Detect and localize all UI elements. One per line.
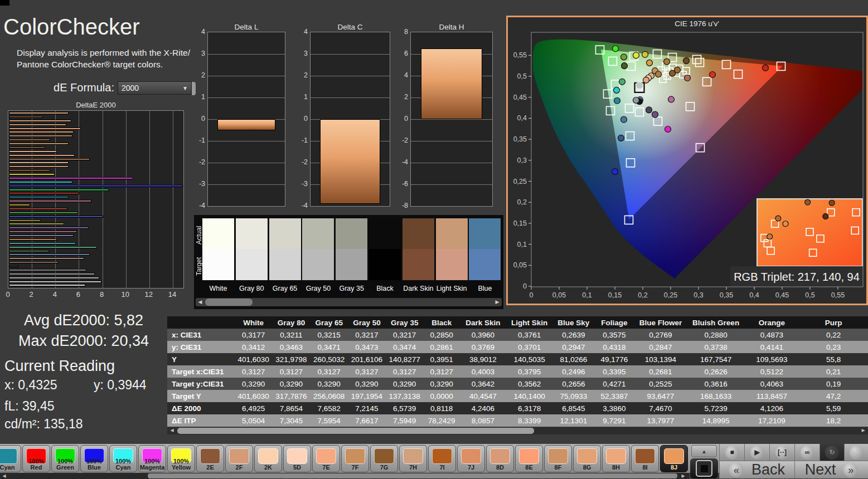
svg-text:0,15: 0,15: [608, 291, 622, 299]
table-cell: 0,3795: [506, 365, 552, 378]
patch-button-7h[interactable]: 7H: [399, 445, 427, 472]
scroll-left-icon[interactable]: ◀: [1, 473, 8, 479]
deltae-bar: [9, 146, 45, 149]
deltae-bar: [9, 181, 72, 183]
patch-button-7g[interactable]: 7G: [370, 445, 398, 472]
corner-box: [0, 0, 9, 6]
deltae-bar: [9, 261, 59, 263]
table-scroll-thumb[interactable]: [177, 428, 534, 434]
y-tick-label: 4: [396, 71, 408, 79]
patch-button-label: 8E: [516, 465, 542, 471]
patch-button-8f[interactable]: 8F: [544, 445, 572, 472]
scroll-right-icon[interactable]: ▶: [493, 298, 502, 306]
back-button[interactable]: « Back: [719, 461, 794, 478]
inset-measured-marker: [805, 199, 811, 205]
loop-button[interactable]: ∞: [794, 444, 819, 461]
swatch-list-up-button[interactable]: ▲: [691, 445, 717, 457]
patch-button-100yellow[interactable]: 100% Yellow: [167, 445, 195, 472]
swatch-scroll-thumb[interactable]: [205, 299, 253, 306]
patch-button-100green[interactable]: 100% Green: [51, 445, 79, 472]
scroll-right-icon[interactable]: ▶: [860, 427, 867, 433]
patch-compare-cell[interactable]: Blue: [469, 218, 501, 280]
patch-button-8h[interactable]: 8H: [602, 445, 630, 472]
patch-button-8g[interactable]: 8G: [573, 445, 601, 472]
target-row-label: Target: [195, 251, 203, 282]
patch-button-100magenta[interactable]: 100% Magenta: [138, 445, 166, 472]
play-icon: ▶: [750, 446, 764, 460]
table-cell: 0,19: [799, 378, 868, 390]
scroll-right-icon[interactable]: ▶: [680, 473, 687, 479]
deltae-bar: [9, 135, 72, 137]
patch-button-100blue[interactable]: 100% Blue: [80, 445, 108, 472]
patch-button-8e[interactable]: 8E: [515, 445, 543, 472]
patch-compare-cell[interactable]: Gray 65: [269, 218, 301, 280]
patch-button-100red[interactable]: 100% Red: [22, 445, 50, 472]
deltae-bar: [9, 277, 99, 279]
pattern-window-button[interactable]: [690, 458, 718, 478]
patch-button-7i[interactable]: 7I: [428, 445, 456, 472]
cie-measured-marker: [668, 96, 675, 102]
patch-compare-cell[interactable]: Dark Skin: [403, 218, 434, 280]
stop-button[interactable]: ■: [719, 444, 744, 461]
toolbar-scrollbar[interactable]: ◀ ▶: [0, 473, 689, 479]
current-x: x: 0,4325: [4, 378, 57, 393]
patch-label: Dark Skin: [403, 285, 434, 292]
y-tick-label: -6: [396, 180, 408, 188]
table-cell: 0,3960: [460, 329, 506, 341]
patch-button-cyan[interactable]: Cyan: [0, 445, 21, 472]
next-button[interactable]: Next »: [794, 461, 868, 478]
patch-button-7j[interactable]: 7J: [457, 445, 485, 472]
patch-color-chip: [316, 448, 336, 464]
patch-compare-cell[interactable]: Gray 80: [236, 218, 268, 280]
patch-button-2k[interactable]: 2K: [254, 445, 282, 472]
patch-compare-cell[interactable]: Gray 35: [336, 218, 367, 280]
patch-button-8j[interactable]: 8J: [660, 445, 688, 472]
patch-button-7e[interactable]: 7E: [312, 445, 340, 472]
y-tick-label: 2: [193, 71, 205, 79]
table-cell: 14,8995: [687, 414, 745, 427]
patch-compare-cell[interactable]: Black: [369, 218, 401, 280]
scroll-left-icon[interactable]: ◀: [196, 298, 205, 306]
table-scrollbar[interactable]: ◀ ▶: [167, 427, 868, 434]
svg-text:0,15: 0,15: [513, 219, 527, 227]
table-cell: 55,8: [799, 353, 868, 365]
target-color: [236, 249, 268, 280]
patch-button-2f[interactable]: 2F: [225, 445, 253, 472]
patch-compare-cell[interactable]: White: [202, 218, 234, 280]
patch-button-7f[interactable]: 7F: [341, 445, 369, 472]
patch-compare-cell[interactable]: Light Skin: [436, 218, 468, 280]
actual-color: [369, 218, 401, 249]
svg-text:0,2: 0,2: [517, 198, 527, 206]
table-row: Y401,6030321,9798260,5032201,6106140,827…: [167, 353, 868, 365]
patch-button-2e[interactable]: 2E: [196, 445, 224, 472]
patch-color-chip: [664, 448, 684, 464]
toolbar-scroll-thumb[interactable]: [148, 473, 677, 478]
cie-measured-marker: [685, 75, 691, 81]
deltae-bar: [9, 128, 81, 130]
deltae-bar: [9, 227, 89, 229]
patch-button-8i[interactable]: 8I: [631, 445, 659, 472]
scroll-left-icon[interactable]: ◀: [168, 427, 176, 433]
table-cell: 0,2639: [552, 329, 594, 341]
table-cell: 75,0933: [552, 390, 594, 402]
patch-button-5d[interactable]: 5D: [283, 445, 311, 472]
patch-compare-cell[interactable]: Gray 50: [302, 218, 334, 280]
patch-color-chip: [635, 448, 655, 464]
patch-label: Light Skin: [436, 285, 468, 292]
swatch-scrollbar[interactable]: ◀ ▶: [196, 298, 502, 306]
cie-measured-marker: [633, 52, 639, 58]
table-cell: 4,2406: [460, 402, 506, 414]
patch-button-100cyan[interactable]: 100% Cyan: [109, 445, 137, 472]
next-label: Next: [805, 461, 836, 478]
play-button[interactable]: ▶: [744, 444, 769, 461]
record-button[interactable]: [844, 444, 868, 461]
refresh-button[interactable]: ↻: [819, 444, 844, 461]
patch-button-8d[interactable]: 8D: [486, 445, 514, 472]
de-formula-dropdown[interactable]: 2000 ▼: [118, 81, 192, 95]
cie-measured-marker: [647, 60, 653, 66]
table-cell: 0,21: [799, 365, 868, 378]
cie-measured-marker: [633, 97, 639, 103]
step-button[interactable]: [··]: [769, 444, 794, 461]
deltae-bar: [9, 173, 55, 175]
column-header: White: [235, 316, 273, 329]
